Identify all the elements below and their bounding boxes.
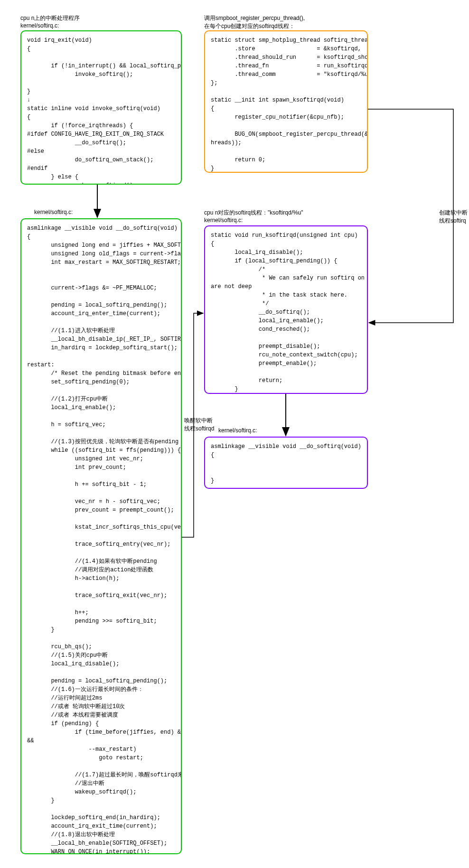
box4-label: cpu n对应的softirq线程："ksoftirqd/%u" kernel/… [204,209,303,224]
diagram-container: cpu n上的中断处理程序 kernel/softirq.c: void irq… [0,0,469,868]
box5-code: asmlinkage __visible void __do_softirq(v… [204,437,368,489]
box1-code: void irq_exit(void) { if (!in_interrupt(… [20,30,182,185]
box5-label: kernel/softirq.c: [218,427,257,434]
arrow-left-label: 唤醒软中断 线程softirqd [184,417,214,433]
box2-code: asmlinkage __visible void __do_softirq(v… [20,218,182,854]
box1-label: cpu n上的中断处理程序 kernel/softirq.c: [20,14,80,29]
box3-label: 调用smpboot_register_percpu_thread(), 在每个c… [204,14,305,30]
box4-code: static void run_ksoftirqd(unsigned int c… [204,225,368,394]
box2-label: kernel/softirq.c: [34,209,73,215]
arrow-right-label: 创建软中断 线程softirq [439,209,468,225]
box3-code: static struct smp_hotplug_thread softirq… [204,30,368,173]
